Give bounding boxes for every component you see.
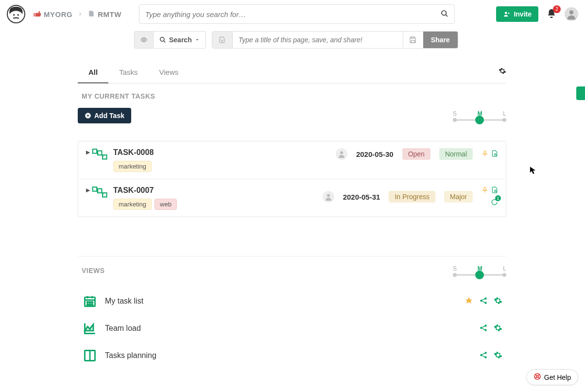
- task-date: 2020-05-30: [356, 150, 394, 158]
- content-tabs: All Tasks Views: [78, 63, 506, 84]
- svg-point-1: [17, 14, 19, 16]
- svg-point-24: [92, 302, 93, 303]
- svg-point-7: [160, 37, 164, 41]
- share-button[interactable]: Share: [423, 32, 458, 48]
- svg-point-35: [480, 354, 482, 356]
- help-ring-icon: [533, 373, 541, 382]
- tab-all[interactable]: All: [78, 63, 108, 84]
- view-row[interactable]: My task list: [78, 288, 506, 315]
- share-icon[interactable]: [479, 324, 488, 334]
- task-tag[interactable]: marketing: [113, 161, 152, 172]
- svg-point-22: [87, 302, 88, 303]
- task-status[interactable]: Open: [402, 148, 430, 160]
- open-doc-icon[interactable]: [491, 186, 498, 195]
- task-row[interactable]: ▶ TASK-0007 marketing web 2020-05-31 In …: [78, 179, 506, 217]
- task-row[interactable]: ▶ TASK-0008 marketing 2020-05-30 Open No…: [78, 141, 506, 179]
- expand-icon[interactable]: ▶: [86, 187, 90, 193]
- svg-point-3: [505, 12, 507, 14]
- view-name: Tasks planning: [105, 351, 479, 360]
- notification-badge: 2: [553, 5, 561, 13]
- invite-button[interactable]: Invite: [496, 6, 538, 22]
- tabs-settings-button[interactable]: [499, 67, 506, 76]
- svg-point-37: [484, 356, 487, 358]
- breadcrumb-project[interactable]: RMTW: [98, 10, 121, 18]
- svg-point-33: [484, 329, 487, 331]
- svg-rect-15: [93, 187, 97, 191]
- size-slider-views[interactable]: S M L: [453, 265, 506, 276]
- svg-point-29: [484, 297, 487, 300]
- assignee-avatar[interactable]: [323, 191, 334, 203]
- svg-point-20: [494, 190, 496, 192]
- tab-tasks[interactable]: Tasks: [108, 63, 148, 83]
- svg-point-14: [494, 153, 496, 155]
- invite-label: Invite: [514, 10, 532, 18]
- open-doc-icon[interactable]: [491, 150, 498, 159]
- comments-icon[interactable]: 1: [490, 198, 498, 207]
- search-icon[interactable]: [441, 10, 448, 19]
- page-title-input[interactable]: [233, 32, 403, 48]
- tab-views[interactable]: Views: [149, 63, 189, 83]
- side-tab[interactable]: [576, 86, 585, 100]
- svg-point-25: [87, 304, 88, 305]
- calendar-icon: [82, 294, 98, 308]
- breadcrumb: MYORG RMTW: [33, 10, 121, 19]
- view-row[interactable]: Team load: [78, 315, 506, 342]
- chevron-right-icon: [77, 10, 83, 18]
- notifications-button[interactable]: 2: [546, 8, 557, 20]
- svg-point-31: [480, 326, 482, 329]
- task-tag[interactable]: web: [155, 199, 177, 210]
- task-date: 2020-05-31: [343, 193, 380, 201]
- page-file-icon[interactable]: [212, 32, 233, 48]
- app-header: MYORG RMTW Invite 2: [0, 0, 585, 28]
- pin-icon[interactable]: [482, 186, 488, 195]
- expand-icon[interactable]: ▶: [86, 149, 90, 155]
- views-list: My task list Team load Tasks planning: [78, 288, 506, 369]
- global-search[interactable]: [139, 4, 455, 24]
- gear-icon[interactable]: [494, 324, 502, 334]
- gear-icon[interactable]: [494, 296, 502, 307]
- get-help-button[interactable]: Get Help: [526, 369, 578, 385]
- share-icon[interactable]: [479, 351, 488, 361]
- svg-point-30: [484, 302, 487, 304]
- add-task-button[interactable]: Add Task: [78, 108, 131, 123]
- search-dropdown-button[interactable]: Search: [153, 31, 206, 49]
- svg-point-28: [480, 299, 482, 302]
- task-id: TASK-0007: [113, 186, 323, 195]
- assignee-avatar[interactable]: [336, 148, 347, 160]
- thumb-icon: [33, 10, 41, 19]
- task-tag[interactable]: marketing: [113, 199, 152, 210]
- tasks-controls: Add Task S M L: [78, 108, 506, 123]
- task-priority[interactable]: Normal: [439, 148, 473, 160]
- svg-rect-9: [93, 149, 97, 153]
- gear-icon[interactable]: [494, 351, 502, 361]
- view-row[interactable]: Tasks planning: [78, 342, 506, 369]
- views-section-title: VIEWS: [82, 267, 105, 274]
- user-avatar[interactable]: [565, 7, 578, 21]
- cursor-icon: [530, 166, 536, 176]
- task-priority[interactable]: Major: [444, 191, 473, 203]
- add-task-label: Add Task: [94, 112, 124, 119]
- share-icon[interactable]: [479, 296, 488, 307]
- pin-icon[interactable]: [482, 150, 488, 159]
- breadcrumb-org[interactable]: MYORG: [44, 10, 72, 18]
- svg-point-19: [327, 194, 330, 197]
- svg-point-32: [484, 324, 487, 327]
- svg-point-2: [442, 11, 446, 15]
- tasks-section-title: MY CURRENT TASKS: [82, 92, 506, 100]
- size-slider-tasks[interactable]: S M L: [453, 110, 506, 121]
- chevron-down-icon: [195, 37, 200, 42]
- task-list: ▶ TASK-0008 marketing 2020-05-30 Open No…: [78, 141, 506, 217]
- task-status[interactable]: In Progress: [389, 191, 435, 203]
- svg-rect-17: [103, 193, 107, 197]
- svg-point-27: [92, 304, 93, 305]
- visibility-search-group: Search: [134, 31, 206, 49]
- visibility-button[interactable]: [134, 31, 153, 49]
- views-section-header: VIEWS S M L: [78, 256, 506, 276]
- app-logo[interactable]: [7, 5, 25, 23]
- page-toolbar: Search Share: [134, 31, 585, 49]
- view-name: Team load: [105, 324, 479, 333]
- svg-point-13: [340, 152, 343, 154]
- save-button[interactable]: [403, 32, 423, 48]
- global-search-input[interactable]: [145, 10, 441, 18]
- star-icon[interactable]: [465, 296, 473, 307]
